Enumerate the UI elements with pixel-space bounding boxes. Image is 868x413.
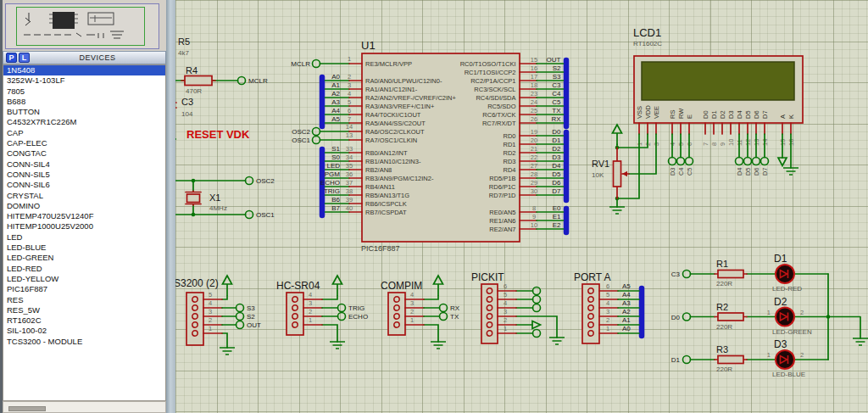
- led-row[interactable]: D0 R2 220R D2 LED-GREEN 1 2: [671, 296, 828, 336]
- terminal[interactable]: [533, 304, 541, 312]
- device-list-item[interactable]: 1N5408: [3, 65, 165, 75]
- reset-section[interactable]: R5 4k7 R4 470R C3 104 2 1 RESET: [175, 11, 268, 146]
- lcd-pin[interactable]: D1 8: [710, 110, 718, 146]
- panel-divider[interactable]: [166, 0, 175, 413]
- svg-text:RA0/AN0/ULPWU/C12IN0-: RA0/AN0/ULPWU/C12IN0-: [365, 77, 442, 85]
- ground-icon[interactable]: [330, 342, 345, 349]
- device-list-item[interactable]: DOMINO: [3, 201, 165, 211]
- reset-caption: RESET VDK: [186, 128, 250, 141]
- svg-text:1: 1: [767, 351, 771, 359]
- power-terminal-icon[interactable]: [223, 276, 232, 296]
- ground-icon[interactable]: [783, 168, 798, 175]
- capacitor-c3[interactable]: C3 104: [175, 97, 193, 118]
- device-list-item[interactable]: 7805: [3, 87, 165, 97]
- osc1-terminal[interactable]: [246, 211, 253, 219]
- ground-icon[interactable]: [549, 338, 565, 344]
- svg-text:6: 6: [606, 282, 609, 290]
- ground-icon[interactable]: [175, 139, 176, 146]
- lcd-terminal[interactable]: D3: [669, 134, 677, 176]
- device-list-item[interactable]: 3252W-1-103LF: [3, 75, 165, 86]
- lcd-terminal[interactable]: C5: [686, 134, 694, 176]
- ground-icon[interactable]: [220, 348, 235, 354]
- device-list-item[interactable]: HITEMP470U25V1240F: [3, 211, 165, 221]
- device-list-item[interactable]: RES: [3, 295, 165, 305]
- led-section[interactable]: C3 R1 220R D1 LED-RED D0: [671, 253, 868, 378]
- svg-text:220R: 220R: [716, 323, 732, 331]
- mclr-terminal[interactable]: [238, 77, 246, 85]
- device-list-scrollbar[interactable]: [3, 401, 166, 413]
- device-list-item[interactable]: LED-BLUE: [3, 243, 165, 253]
- pick-devices-button[interactable]: P: [6, 53, 17, 63]
- led-row[interactable]: C3 R1 220R D1 LED-RED: [671, 253, 828, 293]
- led-icon[interactable]: [776, 350, 794, 369]
- oscillator-section[interactable]: C1 15pF C2 15pF X1 4MHz OSC2 OSC1: [175, 162, 275, 234]
- svg-text:RD2: RD2: [503, 149, 515, 157]
- lcd-pin[interactable]: D3 10: [727, 110, 735, 146]
- device-list-item[interactable]: CAP-ELEC: [3, 138, 165, 148]
- svg-text:3: 3: [348, 81, 351, 89]
- device-list-item[interactable]: C4532X7R1C226M: [3, 117, 165, 127]
- u1-pic16f887[interactable]: U1 PIC16F887 MCLR 1 RE3/MCLR/VPP OSC2 14…: [291, 39, 566, 253]
- r4-value: 470R: [186, 87, 202, 95]
- device-list-item[interactable]: LED: [3, 232, 165, 243]
- led-icon[interactable]: [776, 308, 794, 326]
- device-list-item[interactable]: CAP: [3, 128, 165, 138]
- device-list-item[interactable]: LED-YELLOW: [3, 274, 165, 284]
- device-list-item[interactable]: RES_5W: [3, 305, 165, 315]
- resistor-r4[interactable]: R4 470R: [181, 65, 215, 95]
- lcd-terminal[interactable]: C4: [677, 134, 686, 176]
- r4-ref: R4: [186, 65, 198, 75]
- scrollbar-thumb[interactable]: [8, 406, 46, 411]
- schematic-canvas[interactable]: R5 4k7 R4 470R C3 104 2 1 RESET: [175, 0, 868, 413]
- connector-pickit[interactable]: PICKIT 6 5: [471, 271, 565, 344]
- device-list-item[interactable]: CONN-SIL6: [3, 180, 165, 190]
- device-list-item[interactable]: BUTTON: [3, 107, 165, 117]
- device-list-item[interactable]: CRYSTAL: [3, 191, 165, 201]
- lcd1-rt1602c[interactable]: LCD1 RT1602C VSS 1 VDD 2 VEE 3: [592, 26, 803, 214]
- power-terminal-icon[interactable]: [333, 276, 342, 296]
- input-terminal-icon[interactable]: [532, 321, 541, 329]
- svg-text:RC0/T1OSO/T1CKI: RC0/T1OSO/T1CKI: [460, 60, 516, 68]
- terminal[interactable]: [533, 330, 541, 338]
- lcd-pin[interactable]: D0 7: [702, 110, 709, 146]
- crystal-x1[interactable]: X1 4MHz: [186, 191, 227, 212]
- device-list-item[interactable]: LED-GREEN: [3, 253, 165, 263]
- ground-icon[interactable]: [853, 338, 868, 345]
- osc2-terminal[interactable]: [246, 177, 253, 185]
- power-terminal-icon[interactable]: [613, 125, 622, 145]
- lcd-pin[interactable]: D2 9: [719, 110, 726, 146]
- device-list-item[interactable]: RT1602C: [3, 315, 165, 326]
- terminal[interactable]: [533, 287, 541, 295]
- object-selector-panel: P L DEVICES 1N54083252W-1-103LF7805B688B…: [3, 0, 166, 413]
- terminal[interactable]: [533, 296, 541, 304]
- device-list-item[interactable]: HITEMP1000U25V2000: [3, 221, 165, 232]
- svg-text:C3: C3: [671, 271, 681, 278]
- ground-icon[interactable]: [609, 207, 625, 214]
- power-terminal-icon[interactable]: [434, 276, 443, 296]
- svg-text:RA5/AN4/SS/C2OUT: RA5/AN4/SS/C2OUT: [365, 120, 426, 127]
- svg-text:3: 3: [606, 308, 609, 315]
- power-down-terminal-icon[interactable]: [778, 158, 787, 166]
- svg-text:C5: C5: [686, 168, 693, 176]
- device-list-item[interactable]: CONN-SIL5: [3, 170, 165, 180]
- overview-panel[interactable]: [5, 3, 159, 49]
- connector-porta[interactable]: PORT A 6 A5 5 A4: [574, 271, 642, 343]
- svg-text:E0: E0: [553, 204, 561, 212]
- svg-text:TRIG: TRIG: [324, 187, 340, 195]
- ground-icon[interactable]: [431, 342, 446, 349]
- device-list-item[interactable]: LED-RED: [3, 264, 165, 274]
- device-list-item[interactable]: SIL-100-02: [3, 326, 165, 336]
- led-icon[interactable]: [776, 265, 794, 283]
- potentiometer-rv1[interactable]: RV1 10K: [592, 148, 629, 198]
- device-list-item[interactable]: PIC16F887: [3, 284, 165, 294]
- connector-compim[interactable]: COMPIM 4 3: [381, 276, 460, 349]
- device-list-item[interactable]: CONGTAC: [3, 148, 165, 159]
- device-list-item[interactable]: TCS3200 - MODULE: [3, 337, 165, 347]
- connector-tcs3200-2[interactable]: TCS3200 (2) 5 4: [175, 276, 261, 354]
- device-list-item[interactable]: B688: [3, 97, 165, 107]
- library-button[interactable]: L: [19, 53, 30, 63]
- led-row[interactable]: D1 R3 220R D3 LED-BLUE 1 2: [671, 338, 828, 378]
- svg-text:1: 1: [504, 325, 507, 332]
- device-list-item[interactable]: CONN-SIL4: [3, 159, 165, 170]
- connector-hcsr04[interactable]: HC-SR04 4 3: [276, 276, 368, 349]
